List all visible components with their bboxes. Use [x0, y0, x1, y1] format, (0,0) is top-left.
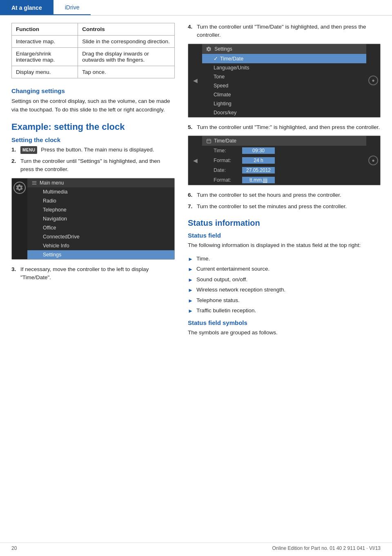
status-field-symbols-body: The symbols are grouped as follows. [188, 329, 381, 337]
table-cell-controls: Tap once. [78, 66, 175, 78]
settings-menu-content: Settings ✓Time/DateLanguage/UnitsToneSpe… [202, 44, 366, 117]
table-cell-function: Interactive map. [12, 36, 78, 48]
settings-item: Tone [202, 72, 366, 81]
main-menu-title: Main menu [40, 180, 64, 186]
left-column: Function Controls Interactive map.Slide … [0, 23, 184, 342]
settings-item: Lighting [202, 99, 366, 108]
table-col-function: Function [12, 23, 78, 36]
bullet-text: Time. [196, 255, 210, 263]
bullet-list-item: ►Traffic bulletin reception. [188, 307, 381, 315]
timedate-screenshot: ◀ Time/Date Time:09:30Format:24 hDate:27… [188, 136, 381, 185]
settings-screen-title: Settings [202, 44, 366, 54]
step-1-text: MENU Press the button. The main menu is … [20, 146, 175, 154]
step-6-text: Turn the controller to set the hours and… [197, 191, 381, 199]
status-information-section: Status information Status field The foll… [188, 218, 381, 337]
tab-at-a-glance-label: At a glance [11, 4, 42, 11]
bullet-arrow-icon: ► [188, 286, 194, 294]
bullet-list-item: ►Wireless network reception strength. [188, 286, 381, 294]
status-field-symbols-heading: Status field symbols [188, 319, 381, 326]
svg-rect-0 [32, 181, 37, 182]
bullet-text: Sound output, on/off. [196, 276, 247, 284]
main-menu-item: Vehicle Info [27, 241, 174, 250]
field-value: 24 h [242, 157, 275, 164]
bullet-arrow-icon: ► [188, 276, 194, 284]
main-menu-content: Main menu MultimediaRadioTelephoneNaviga… [27, 178, 174, 259]
settings-gear-icon [206, 47, 212, 52]
table-col-controls: Controls [78, 23, 175, 36]
steps-list-right: 4. Turn the controller until "Time/Date"… [188, 23, 381, 40]
page-footer: 20 Online Edition for Part no. 01 40 2 9… [0, 543, 392, 551]
bullet-text: Current entertainment source. [196, 265, 270, 273]
svg-rect-3 [207, 139, 211, 143]
timedate-field-row: Date:27.05.2012 [202, 165, 366, 175]
step-7: 7. Turn the controller to set the minute… [188, 202, 381, 211]
settings-screenshot: ◀ Settings ✓Time/DateLanguage/UnitsToneS… [188, 44, 381, 118]
bullet-list-item: ►Telephone status. [188, 296, 381, 305]
svg-rect-2 [32, 184, 37, 185]
timedate-field-row: Format:tt.mm.jjjj [202, 175, 366, 185]
settings-item: Climate [202, 90, 366, 99]
settings-item: Doors/key [202, 108, 366, 117]
settings-item: Language/Units [202, 63, 366, 72]
settings-right-control: ● [366, 44, 380, 117]
status-bullet-list: ►Time.►Current entertainment source.►Sou… [188, 255, 381, 315]
step-4-text: Turn the controller until "Time/Date" is… [197, 23, 381, 40]
step-5: 5. Turn the controller until "Time:" is … [188, 123, 381, 131]
status-field-body: The following information is displayed i… [188, 241, 381, 250]
tab-at-a-glance[interactable]: At a glance [0, 0, 53, 15]
page-number: 20 [11, 545, 17, 551]
field-value: 27.05.2012 [242, 167, 275, 173]
settings-item: Speed [202, 81, 366, 90]
table-row: Display menu.Tap once. [12, 66, 175, 78]
bullet-text: Telephone status. [196, 296, 240, 305]
bullet-text: Wireless network reception strength. [196, 286, 285, 294]
steps-list-6-7: 6. Turn the controller to set the hours … [188, 191, 381, 211]
step-1: 1. MENU Press the button. The main menu … [11, 146, 175, 154]
step-6: 6. Turn the controller to set the hours … [188, 191, 381, 199]
example-big-heading: Example: setting the clock [11, 122, 175, 132]
timedate-left-arrow: ◀ [188, 136, 202, 185]
settings-title-text: Settings [214, 46, 232, 52]
bullet-list-item: ►Time. [188, 255, 381, 263]
timedate-title-text: Time/Date [214, 138, 236, 144]
menu-button-icon: MENU [20, 146, 37, 154]
controller-circle-icon-2: ● [368, 156, 378, 165]
step-5-num: 5. [188, 123, 197, 131]
bullet-arrow-icon: ► [188, 255, 194, 263]
step-5-text: Turn the controller until "Time:" is hig… [197, 123, 381, 131]
timedate-fields-list: Time:09:30Format:24 hDate:27.05.2012Form… [202, 146, 366, 185]
bullet-list-item: ►Current entertainment source. [188, 265, 381, 274]
step-3-num: 3. [11, 265, 20, 274]
main-menu-screenshot: Main menu MultimediaRadioTelephoneNaviga… [11, 178, 175, 260]
settings-left-arrow: ◀ [188, 44, 202, 117]
main-menu-item: Multimedia [27, 187, 174, 196]
status-information-heading: Status information [188, 218, 381, 228]
bullet-text: Traffic bulletin reception. [196, 307, 256, 315]
main-content: Function Controls Interactive map.Slide … [0, 16, 392, 342]
tab-idrive[interactable]: iDrive [53, 0, 91, 15]
timedate-field-row: Format:24 h [202, 156, 366, 165]
settings-items-list: ✓Time/DateLanguage/UnitsToneSpeedClimate… [202, 54, 366, 117]
main-menu-item: Radio [27, 196, 174, 205]
settings-item: ✓Time/Date [202, 54, 366, 63]
timedate-field-row: Time:09:30 [202, 146, 366, 156]
right-column: 4. Turn the controller until "Time/Date"… [184, 23, 392, 342]
step-2: 2. Turn the controller until "Settings" … [11, 157, 175, 174]
bullet-list-item: ►Sound output, on/off. [188, 276, 381, 284]
main-menu-item: Navigation [27, 214, 174, 223]
header-nav: At a glance iDrive [0, 0, 392, 16]
bullet-arrow-icon: ► [188, 297, 194, 305]
calendar-icon [206, 138, 212, 144]
main-menu-item: Telephone [27, 205, 174, 214]
svg-rect-1 [32, 182, 37, 183]
main-menu-item: ConnectedDrive [27, 232, 174, 241]
step-4-num: 4. [188, 23, 197, 31]
table-cell-function: Display menu. [12, 66, 78, 78]
screen-sidebar [12, 178, 27, 259]
field-label: Time: [214, 148, 242, 153]
controller-circle-icon: ● [368, 76, 378, 85]
step-6-num: 6. [188, 191, 197, 199]
field-value: 09:30 [242, 147, 275, 154]
main-menu-title-bar: Main menu [27, 178, 174, 187]
table-row: Interactive map.Slide in the correspondi… [12, 36, 175, 48]
